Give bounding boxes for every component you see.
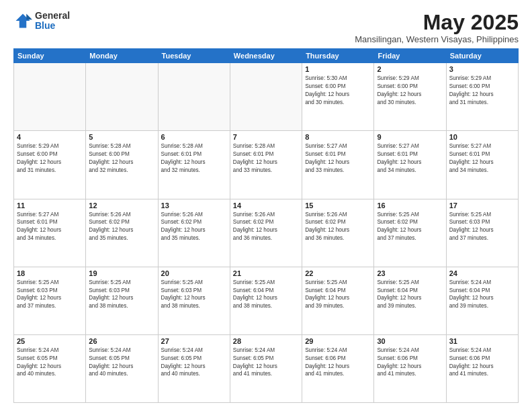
day-info: Sunrise: 5:25 AM Sunset: 6:02 PM Dayligh… [377, 211, 443, 243]
day-info: Sunrise: 5:24 AM Sunset: 6:05 PM Dayligh… [89, 347, 154, 379]
table-row: 27Sunrise: 5:24 AM Sunset: 6:05 PM Dayli… [158, 334, 230, 402]
day-number: 9 [377, 133, 443, 141]
calendar-week-row: 18Sunrise: 5:25 AM Sunset: 6:03 PM Dayli… [14, 267, 519, 334]
table-row: 19Sunrise: 5:25 AM Sunset: 6:03 PM Dayli… [86, 267, 158, 334]
day-number: 25 [17, 337, 83, 345]
day-info: Sunrise: 5:25 AM Sunset: 6:03 PM Dayligh… [161, 279, 227, 311]
day-number: 7 [233, 133, 299, 141]
day-info: Sunrise: 5:27 AM Sunset: 6:01 PM Dayligh… [17, 211, 83, 243]
table-row: 3Sunrise: 5:29 AM Sunset: 6:00 PM Daylig… [446, 63, 518, 131]
table-row: 10Sunrise: 5:27 AM Sunset: 6:01 PM Dayli… [446, 131, 518, 199]
table-row: 7Sunrise: 5:28 AM Sunset: 6:01 PM Daylig… [230, 131, 302, 199]
day-number: 8 [305, 133, 371, 141]
logo-blue-text: Blue [35, 21, 70, 31]
col-tuesday: Tuesday [158, 49, 230, 63]
day-info: Sunrise: 5:30 AM Sunset: 6:00 PM Dayligh… [305, 75, 371, 107]
table-row [230, 63, 302, 131]
day-info: Sunrise: 5:28 AM Sunset: 6:01 PM Dayligh… [161, 142, 227, 175]
header: General Blue May 2025 Mansilingan, Weste… [13, 11, 519, 44]
col-saturday: Saturday [446, 49, 518, 63]
table-row: 9Sunrise: 5:27 AM Sunset: 6:01 PM Daylig… [374, 131, 446, 199]
day-info: Sunrise: 5:25 AM Sunset: 6:03 PM Dayligh… [89, 279, 154, 311]
title-block: May 2025 Mansilingan, Western Visayas, P… [355, 11, 519, 44]
table-row: 26Sunrise: 5:24 AM Sunset: 6:05 PM Dayli… [86, 334, 158, 402]
day-number: 14 [233, 201, 299, 210]
col-sunday: Sunday [14, 49, 86, 63]
day-info: Sunrise: 5:24 AM Sunset: 6:04 PM Dayligh… [449, 279, 515, 311]
calendar-table: Sunday Monday Tuesday Wednesday Thursday… [13, 48, 519, 403]
day-number: 1 [305, 65, 371, 73]
day-number: 10 [449, 133, 515, 141]
calendar-week-row: 25Sunrise: 5:24 AM Sunset: 6:05 PM Dayli… [14, 334, 519, 402]
day-number: 19 [89, 269, 154, 277]
day-info: Sunrise: 5:29 AM Sunset: 6:00 PM Dayligh… [17, 142, 83, 175]
day-number: 22 [305, 269, 371, 277]
day-number: 21 [233, 269, 299, 277]
day-info: Sunrise: 5:24 AM Sunset: 6:06 PM Dayligh… [449, 347, 515, 379]
col-friday: Friday [374, 49, 446, 63]
day-number: 15 [305, 201, 371, 210]
logo-general-text: General [35, 11, 70, 21]
day-number: 6 [161, 133, 227, 141]
day-info: Sunrise: 5:24 AM Sunset: 6:05 PM Dayligh… [161, 347, 227, 379]
table-row: 21Sunrise: 5:25 AM Sunset: 6:04 PM Dayli… [230, 267, 302, 334]
day-info: Sunrise: 5:25 AM Sunset: 6:03 PM Dayligh… [449, 211, 515, 243]
table-row: 20Sunrise: 5:25 AM Sunset: 6:03 PM Dayli… [158, 267, 230, 334]
table-row: 1Sunrise: 5:30 AM Sunset: 6:00 PM Daylig… [302, 63, 374, 131]
table-row: 13Sunrise: 5:26 AM Sunset: 6:02 PM Dayli… [158, 199, 230, 267]
day-number: 31 [449, 337, 515, 345]
day-number: 20 [161, 269, 227, 277]
day-number: 11 [17, 201, 83, 210]
day-info: Sunrise: 5:27 AM Sunset: 6:01 PM Dayligh… [305, 142, 371, 175]
col-wednesday: Wednesday [230, 49, 302, 63]
day-info: Sunrise: 5:29 AM Sunset: 6:00 PM Dayligh… [449, 75, 515, 107]
day-info: Sunrise: 5:25 AM Sunset: 6:03 PM Dayligh… [17, 279, 83, 311]
table-row: 2Sunrise: 5:29 AM Sunset: 6:00 PM Daylig… [374, 63, 446, 131]
day-info: Sunrise: 5:26 AM Sunset: 6:02 PM Dayligh… [233, 211, 299, 243]
logo: General Blue [13, 11, 70, 32]
table-row [14, 63, 86, 131]
day-info: Sunrise: 5:29 AM Sunset: 6:00 PM Dayligh… [377, 75, 443, 107]
table-row: 31Sunrise: 5:24 AM Sunset: 6:06 PM Dayli… [446, 334, 518, 402]
day-number: 13 [161, 201, 227, 210]
logo-icon [13, 11, 32, 30]
table-row: 4Sunrise: 5:29 AM Sunset: 6:00 PM Daylig… [14, 131, 86, 199]
table-row: 12Sunrise: 5:26 AM Sunset: 6:02 PM Dayli… [86, 199, 158, 267]
table-row: 28Sunrise: 5:24 AM Sunset: 6:05 PM Dayli… [230, 334, 302, 402]
day-number: 12 [89, 201, 154, 210]
table-row: 23Sunrise: 5:25 AM Sunset: 6:04 PM Dayli… [374, 267, 446, 334]
day-number: 28 [233, 337, 299, 345]
day-number: 5 [89, 133, 154, 141]
location-title: Mansilingan, Western Visayas, Philippine… [355, 34, 519, 44]
day-number: 27 [161, 337, 227, 345]
table-row: 15Sunrise: 5:26 AM Sunset: 6:02 PM Dayli… [302, 199, 374, 267]
day-info: Sunrise: 5:26 AM Sunset: 6:02 PM Dayligh… [305, 211, 371, 243]
table-row [158, 63, 230, 131]
calendar-week-row: 1Sunrise: 5:30 AM Sunset: 6:00 PM Daylig… [14, 63, 519, 131]
table-row: 22Sunrise: 5:25 AM Sunset: 6:04 PM Dayli… [302, 267, 374, 334]
day-number: 3 [449, 65, 515, 73]
table-row: 24Sunrise: 5:24 AM Sunset: 6:04 PM Dayli… [446, 267, 518, 334]
day-info: Sunrise: 5:27 AM Sunset: 6:01 PM Dayligh… [449, 142, 515, 175]
day-info: Sunrise: 5:25 AM Sunset: 6:04 PM Dayligh… [305, 279, 371, 311]
logo-text: General Blue [35, 11, 70, 32]
day-number: 30 [377, 337, 443, 345]
day-number: 4 [17, 133, 83, 141]
table-row: 5Sunrise: 5:28 AM Sunset: 6:00 PM Daylig… [86, 131, 158, 199]
day-number: 18 [17, 269, 83, 277]
day-info: Sunrise: 5:26 AM Sunset: 6:02 PM Dayligh… [161, 211, 227, 243]
day-info: Sunrise: 5:26 AM Sunset: 6:02 PM Dayligh… [89, 211, 154, 243]
table-row: 30Sunrise: 5:24 AM Sunset: 6:06 PM Dayli… [374, 334, 446, 402]
day-info: Sunrise: 5:24 AM Sunset: 6:05 PM Dayligh… [233, 347, 299, 379]
day-number: 16 [377, 201, 443, 210]
table-row: 18Sunrise: 5:25 AM Sunset: 6:03 PM Dayli… [14, 267, 86, 334]
table-row: 16Sunrise: 5:25 AM Sunset: 6:02 PM Dayli… [374, 199, 446, 267]
day-number: 17 [449, 201, 515, 210]
day-info: Sunrise: 5:28 AM Sunset: 6:01 PM Dayligh… [233, 142, 299, 175]
day-number: 23 [377, 269, 443, 277]
day-info: Sunrise: 5:25 AM Sunset: 6:04 PM Dayligh… [377, 279, 443, 311]
calendar-week-row: 4Sunrise: 5:29 AM Sunset: 6:00 PM Daylig… [14, 131, 519, 199]
table-row: 8Sunrise: 5:27 AM Sunset: 6:01 PM Daylig… [302, 131, 374, 199]
month-title: May 2025 [355, 11, 519, 34]
table-row [86, 63, 158, 131]
